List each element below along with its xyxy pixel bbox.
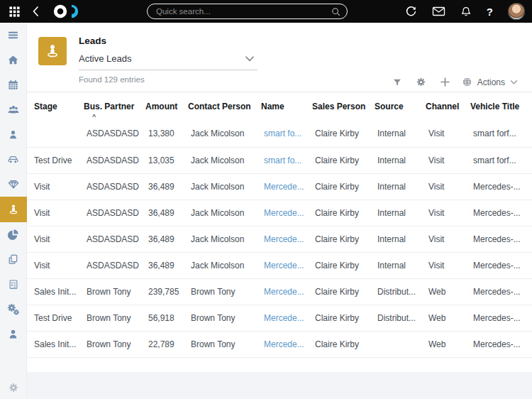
brand-logo[interactable] [52, 3, 90, 20]
cell-contact-person: Jack Micolson [188, 252, 261, 278]
gear-icon[interactable] [416, 77, 426, 87]
table-row[interactable]: Sales Init...Brown Tony22,789Brown TonyM… [27, 331, 532, 357]
actions-label: Actions [477, 77, 505, 87]
cell-channel: Visit [426, 252, 470, 278]
column-header-vehicle-title[interactable]: Vehicle Title [470, 92, 528, 121]
search-input[interactable] [156, 7, 331, 16]
refresh-icon[interactable] [405, 6, 417, 18]
cell-contact-person: Jack Micolson [188, 226, 261, 252]
table-row[interactable]: VisitASDASDASD36,489Jack MicolsonMercede… [27, 252, 532, 278]
column-header-channel[interactable]: Channel [426, 92, 470, 121]
cell-name: Mercede... [261, 305, 312, 331]
cell-channel: Visit [426, 200, 470, 226]
column-header-source[interactable]: Source [375, 92, 426, 121]
cell-channel: Visit [426, 226, 470, 252]
cell-bus-partner: Brown Tony [84, 305, 145, 331]
sidebar-item-calendar[interactable] [0, 72, 27, 97]
column-header-sales-person[interactable]: Sales Person [312, 92, 375, 121]
view-selector[interactable]: Active Leads [79, 46, 257, 70]
cell-sales-person: Claire Kirby [312, 331, 375, 357]
column-header-bus-partner[interactable]: Bus. Partner^ [84, 92, 145, 121]
name-link[interactable]: smart fo... [264, 129, 301, 138]
name-link[interactable]: smart fo... [264, 155, 301, 165]
name-link[interactable]: Mercede... [264, 234, 304, 244]
name-link[interactable]: Mercede... [264, 261, 304, 270]
sidebar-item-automation-cogs[interactable] [0, 297, 27, 322]
sidebar-item-home[interactable] [0, 48, 27, 72]
sort-asc-indicator: ^ [92, 114, 96, 120]
filter-icon[interactable] [392, 77, 402, 87]
cell-name: Mercede... [261, 252, 312, 278]
notifications-bell-icon[interactable] [460, 6, 472, 18]
sidebar-item-customers[interactable] [0, 97, 27, 122]
page-title: Leads [79, 35, 257, 46]
leads-page: Leads Active Leads Found 129 entries [27, 23, 532, 372]
column-header-amount[interactable]: Amount [145, 92, 188, 121]
cell-name: Mercede... [261, 200, 312, 226]
cell-bus-partner: Brown Tony [84, 331, 145, 357]
sidebar-item-tasks-checklist[interactable] [0, 272, 27, 297]
cell-vehicle-title: smart forf... [470, 121, 528, 147]
topbar: ? [0, 0, 532, 23]
cell-clipped-next-column [528, 278, 532, 305]
mail-icon[interactable] [432, 6, 445, 17]
back-icon[interactable] [31, 6, 40, 17]
column-header-name[interactable]: Name [261, 92, 312, 121]
cell-vehicle-title: Mercedes-... [470, 278, 528, 305]
name-link[interactable]: Mercede... [264, 287, 304, 297]
cell-vehicle-title: Mercedes-... [470, 173, 528, 200]
cell-channel: Web [426, 305, 470, 331]
sidebar-item-duplicates[interactable] [0, 247, 27, 272]
sidebar-item-leads[interactable] [0, 197, 27, 222]
cell-contact-person: Brown Tony [188, 278, 261, 305]
cell-contact-person: Jack Micolson [188, 173, 261, 200]
table-row[interactable]: VisitASDASDASD36,489Jack MicolsonMercede… [27, 200, 532, 226]
cell-name: Mercede... [261, 173, 312, 200]
sidebar-item-deals-diamond[interactable] [0, 172, 27, 197]
table-row[interactable]: VisitASDASDASD36,489Jack MicolsonMercede… [27, 173, 532, 200]
apps-grid-icon[interactable] [9, 6, 21, 18]
sidebar-item-vehicles[interactable] [0, 147, 27, 172]
cell-name: smart fo... [261, 147, 312, 173]
table-row[interactable]: Test DriveBrown Tony56,918Brown TonyMerc… [27, 305, 532, 331]
menu-icon[interactable] [0, 23, 27, 48]
name-link[interactable]: Mercede... [264, 339, 304, 349]
cell-channel: Visit [426, 147, 470, 173]
name-link[interactable]: Mercede... [264, 182, 304, 192]
cell-source: Internal [375, 147, 426, 173]
cell-bus-partner: Brown Tony [84, 278, 145, 305]
help-icon[interactable]: ? [487, 6, 493, 17]
table-row[interactable]: Sales Init...Brown Tony239,785Brown Tony… [27, 278, 532, 305]
user-avatar[interactable] [508, 3, 525, 20]
sidebar-item-contact[interactable] [0, 122, 27, 147]
globe-icon [462, 77, 472, 87]
cell-stage: Visit [27, 252, 84, 278]
search-icon [331, 6, 341, 17]
cell-bus-partner: ASDASDASD [84, 147, 145, 173]
table-row[interactable]: ASDASDASD13,380Jack Micolsonsmart fo...C… [27, 121, 532, 147]
name-link[interactable]: Mercede... [264, 313, 304, 323]
footer-strip [27, 372, 532, 399]
cell-clipped-next-column [528, 200, 532, 226]
cell-amount: 56,918 [145, 305, 188, 331]
sidebar-item-reports-pie[interactable] [0, 222, 27, 247]
column-header-stage[interactable]: Stage [27, 92, 84, 121]
cell-bus-partner: ASDASDASD [84, 200, 145, 226]
add-icon[interactable] [440, 77, 450, 87]
cell-clipped-next-column [528, 173, 532, 200]
cell-name: Mercede... [261, 226, 312, 252]
chevron-down-icon [245, 55, 255, 62]
actions-menu[interactable]: Actions [462, 77, 518, 87]
column-header-contact-person[interactable]: Contact Person [188, 92, 261, 121]
cell-bus-partner: ASDASDASD [84, 226, 145, 252]
cell-channel: Visit [426, 173, 470, 200]
table-row[interactable]: Test DriveASDASDASD13,035Jack Micolsonsm… [27, 147, 532, 173]
cell-vehicle-title: Mercedes-... [470, 331, 528, 357]
search-box[interactable] [147, 4, 348, 19]
cell-vehicle-title: Mercedes-... [470, 226, 528, 252]
cell-stage: Sales Init... [27, 331, 84, 357]
sidebar-item-users[interactable] [0, 322, 27, 346]
settings-gear-icon[interactable] [0, 382, 27, 393]
table-row[interactable]: VisitASDASDASD36,489Jack MicolsonMercede… [27, 226, 532, 252]
name-link[interactable]: Mercede... [264, 208, 304, 218]
